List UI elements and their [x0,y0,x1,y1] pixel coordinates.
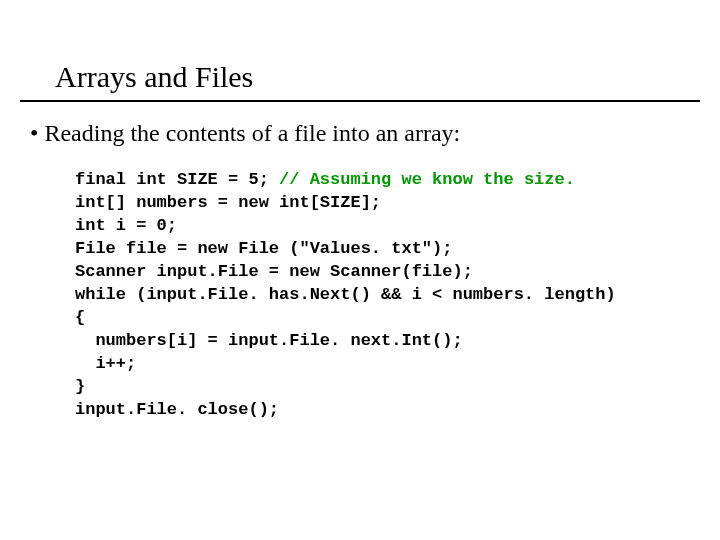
code-block: final int SIZE = 5; // Assuming we know … [20,169,700,421]
code-line-2: int[] numbers = new int[SIZE]; [75,193,381,212]
code-line-1a: final int SIZE = 5; [75,170,279,189]
code-comment: // Assuming we know the size. [279,170,575,189]
bullet-dot-icon: • [30,118,38,149]
page-title: Arrays and Files [20,60,700,100]
bullet-text: Reading the contents of a file into an a… [44,118,460,149]
code-line-8: numbers[i] = input.File. next.Int(); [75,331,463,350]
bullet-item: • Reading the contents of a file into an… [20,118,700,149]
code-line-7: { [75,308,85,327]
code-line-4: File file = new File ("Values. txt"); [75,239,452,258]
code-line-5: Scanner input.File = new Scanner(file); [75,262,473,281]
code-line-10: } [75,377,85,396]
code-line-6: while (input.File. has.Next() && i < num… [75,285,616,304]
code-line-9: i++; [75,354,136,373]
code-line-11: input.File. close(); [75,400,279,419]
title-divider [20,100,700,102]
code-line-3: int i = 0; [75,216,177,235]
